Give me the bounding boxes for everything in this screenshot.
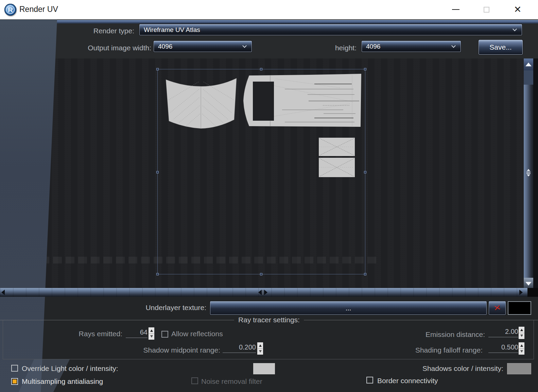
scrollbar-gutter	[533, 58, 538, 290]
emission-distance-spinner[interactable]	[519, 327, 524, 339]
grip-arrow-up-icon	[527, 169, 530, 171]
shadows-color-swatch[interactable]	[507, 363, 531, 374]
maximize-button[interactable]	[474, 0, 498, 19]
scroll-right-button[interactable]	[519, 290, 523, 295]
spinner-up-icon	[520, 329, 523, 331]
output-width-label: Output image width:	[0, 44, 151, 52]
spinner-down-icon	[520, 335, 523, 337]
grip-dash-icon	[526, 172, 531, 172]
underlayer-color-swatch[interactable]	[508, 301, 531, 315]
chevron-down-icon	[242, 44, 247, 48]
render-type-dropdown[interactable]: Wireframe UV Atlas	[139, 24, 522, 35]
border-connectivity-checkbox[interactable]	[366, 377, 373, 384]
spinner-up-icon	[150, 329, 153, 332]
maximize-icon	[484, 7, 489, 13]
spinner-up-button[interactable]	[519, 343, 524, 349]
shadow-midpoint-field[interactable]: 0.200	[223, 343, 256, 353]
selection-handle-w[interactable]	[156, 171, 159, 173]
red-x-icon: ✕	[493, 303, 502, 313]
selection-handle-se[interactable]	[364, 273, 366, 275]
output-width-value: 4096	[158, 43, 172, 50]
underlayer-texture-label: Underlayer texture:	[85, 304, 206, 312]
close-button[interactable]: ✕	[506, 0, 530, 19]
legend-line-right	[304, 320, 538, 320]
spinner-up-icon	[520, 344, 523, 347]
selection-handle-s[interactable]	[260, 273, 262, 275]
underlayer-texture-clear-button[interactable]: ✕	[489, 301, 506, 315]
spinner-down-button[interactable]	[258, 349, 263, 355]
vertical-scrollbar-thumb[interactable]	[524, 70, 533, 85]
override-light-label: Override Light color / intensity:	[22, 364, 118, 373]
save-button-label: Save...	[489, 43, 511, 51]
grip-dash-icon	[526, 173, 531, 174]
noise-removal-label: Noise removal filter	[201, 377, 262, 386]
multisampling-label: Multisampling antialiasing	[22, 377, 103, 386]
grip-arrow-left-icon	[258, 290, 262, 295]
spinner-down-button[interactable]	[149, 334, 154, 340]
emission-distance-label: Emission distance:	[391, 330, 485, 339]
selection-handle-sw[interactable]	[156, 273, 159, 275]
header-accent-strip	[0, 20, 538, 23]
noise-removal-checkbox[interactable]	[191, 377, 198, 384]
scrollbar-corner	[527, 288, 538, 297]
vertical-scrollbar-grip[interactable]	[525, 169, 532, 176]
app-logo-icon: R	[4, 4, 16, 16]
save-button[interactable]: Save...	[479, 40, 523, 55]
multisampling-checkbox[interactable]	[11, 378, 18, 385]
shadow-midpoint-label: Shadow midpoint range:	[102, 346, 220, 354]
output-width-dropdown[interactable]: 4096	[154, 41, 252, 52]
selection-handle-n[interactable]	[260, 68, 262, 70]
shading-falloff-spinner[interactable]	[519, 342, 524, 355]
horizontal-scrollbar[interactable]	[0, 288, 527, 297]
uv-selection-box[interactable]	[157, 69, 365, 274]
output-height-dropdown[interactable]: 4096	[362, 41, 461, 52]
grip-arrow-down-icon	[527, 174, 530, 176]
allow-reflections-checkbox[interactable]	[161, 331, 168, 338]
spinner-up-button[interactable]	[149, 328, 154, 334]
border-connectivity-label: Border connectivity	[377, 377, 438, 385]
ray-tracer-legend: Ray tracer settings:	[0, 316, 538, 324]
selection-handle-ne[interactable]	[364, 68, 366, 70]
checkbox-checked-icon	[13, 379, 17, 384]
scroll-up-button[interactable]	[524, 58, 533, 70]
horizontal-scrollbar-grip[interactable]	[258, 290, 267, 295]
arrow-down-icon	[525, 282, 532, 286]
spinner-up-icon	[259, 344, 262, 347]
minimize-icon	[452, 9, 459, 10]
render-uv-dialog: R Render UV ✕ Render type: Wireframe UV …	[0, 0, 538, 392]
light-color-swatch[interactable]	[253, 363, 275, 374]
minimize-button[interactable]	[444, 0, 468, 19]
render-type-value: Wireframe UV Atlas	[144, 26, 200, 34]
arrow-up-icon	[525, 63, 532, 66]
selection-handle-e[interactable]	[364, 171, 366, 173]
emission-distance-field[interactable]: 2.00	[488, 328, 518, 337]
ray-tracer-legend-text: Ray tracer settings:	[234, 316, 304, 324]
spinner-up-button[interactable]	[519, 327, 524, 333]
allow-reflections-label: Allow reflections	[171, 330, 223, 338]
spinner-down-icon	[520, 350, 523, 353]
chevron-down-icon	[451, 44, 456, 48]
grip-slit-icon	[262, 290, 263, 295]
underlayer-texture-browse-button[interactable]: ...	[210, 301, 487, 315]
spinner-down-icon	[259, 350, 262, 353]
scroll-left-button[interactable]	[1, 290, 5, 295]
vertical-scrollbar[interactable]	[524, 58, 533, 290]
title-bar: R Render UV ✕	[0, 0, 538, 20]
override-light-checkbox[interactable]	[11, 365, 18, 372]
shading-falloff-field[interactable]: 0.500	[488, 343, 518, 353]
shading-falloff-label: Shading falloff range:	[374, 346, 483, 354]
rays-emitted-field[interactable]: 64	[126, 328, 147, 338]
window-title: Render UV	[19, 5, 58, 14]
rays-emitted-label: Rays emitted:	[34, 330, 122, 338]
spinner-down-button[interactable]	[519, 349, 524, 355]
output-height-value: 4096	[366, 43, 380, 50]
rays-emitted-spinner[interactable]	[149, 327, 154, 340]
selection-handle-nw[interactable]	[156, 68, 159, 70]
grip-arrow-right-icon	[264, 290, 267, 295]
spinner-up-button[interactable]	[258, 343, 263, 349]
browse-ellipsis-label: ...	[346, 304, 351, 312]
shadow-midpoint-spinner[interactable]	[257, 342, 263, 355]
legend-line-left	[0, 320, 234, 320]
spinner-down-button[interactable]	[519, 333, 524, 339]
chevron-down-icon	[513, 27, 517, 31]
